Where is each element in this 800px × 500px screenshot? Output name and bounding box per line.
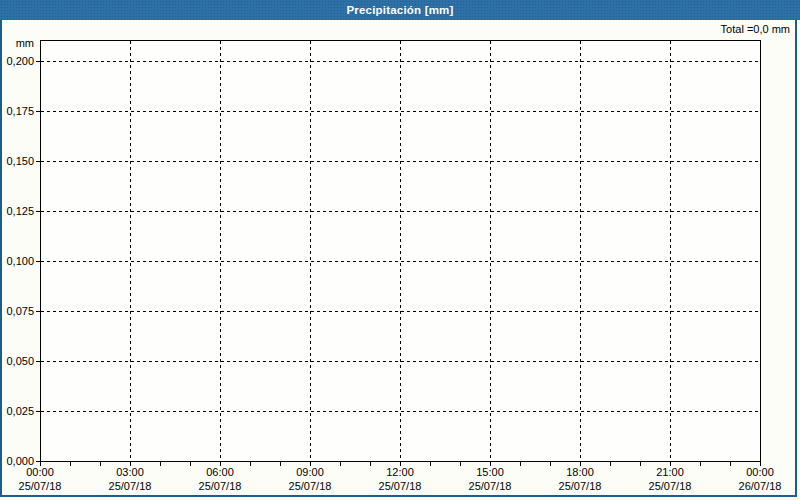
- total-annotation: Total =0,0 mm: [721, 22, 790, 36]
- x-tick-label: 15:00 25/07/18: [445, 465, 535, 493]
- y-axis-unit-label: mm: [0, 37, 34, 50]
- chart-title: Precipitación [mm]: [346, 4, 453, 16]
- v-gridline: [220, 41, 221, 461]
- x-tick-date: 25/07/18: [265, 479, 355, 493]
- chart-title-bar: Precipitación [mm]: [0, 0, 800, 20]
- x-tick-date: 25/07/18: [535, 479, 625, 493]
- v-gridline: [490, 41, 491, 461]
- v-gridline: [310, 41, 311, 461]
- x-tick-label: 06:00 25/07/18: [175, 465, 265, 493]
- x-tick-time: 15:00: [445, 465, 535, 479]
- x-tick-date: 25/07/18: [445, 479, 535, 493]
- x-tick-date: 25/07/18: [85, 479, 175, 493]
- x-tick-date: 25/07/18: [355, 479, 445, 493]
- x-tick-time: 21:00: [625, 465, 715, 479]
- x-tick-label: 18:00 25/07/18: [535, 465, 625, 493]
- x-tick-date: 25/07/18: [625, 479, 715, 493]
- x-tick-time: 03:00: [85, 465, 175, 479]
- x-tick-time: 09:00: [265, 465, 355, 479]
- y-tick-label: 0,100: [0, 254, 34, 268]
- x-tick-time: 00:00: [715, 465, 800, 479]
- y-tick-label: 0,025: [0, 404, 34, 418]
- x-tick-label: 21:00 25/07/18: [625, 465, 715, 493]
- x-tick-label: 00:00 26/07/18: [715, 465, 800, 493]
- x-tick-label: 12:00 25/07/18: [355, 465, 445, 493]
- x-tick-label: 09:00 25/07/18: [265, 465, 355, 493]
- v-gridline: [130, 41, 131, 461]
- y-tick-label: 0,175: [0, 104, 34, 118]
- y-tick-label: 0,050: [0, 354, 34, 368]
- y-axis-tick-marks: [36, 61, 40, 462]
- x-tick-time: 18:00: [535, 465, 625, 479]
- y-tick-label: 0,200: [0, 54, 34, 68]
- x-tick-time: 06:00: [175, 465, 265, 479]
- v-gridline: [580, 41, 581, 461]
- v-gridline: [400, 41, 401, 461]
- x-tick-label: 03:00 25/07/18: [85, 465, 175, 493]
- y-tick-label: 0,150: [0, 154, 34, 168]
- chart-window: Precipitación [mm] Total =0,0 mm mm 0,20…: [0, 0, 800, 500]
- v-gridline: [670, 41, 671, 461]
- x-tick-date: 25/07/18: [0, 479, 85, 493]
- y-tick-label: 0,075: [0, 304, 34, 318]
- x-tick-date: 25/07/18: [175, 479, 265, 493]
- x-tick-time: 12:00: [355, 465, 445, 479]
- x-tick-date: 26/07/18: [715, 479, 800, 493]
- x-tick-time: 00:00: [0, 465, 85, 479]
- y-tick-label: 0,125: [0, 204, 34, 218]
- x-tick-label: 00:00 25/07/18: [0, 465, 85, 493]
